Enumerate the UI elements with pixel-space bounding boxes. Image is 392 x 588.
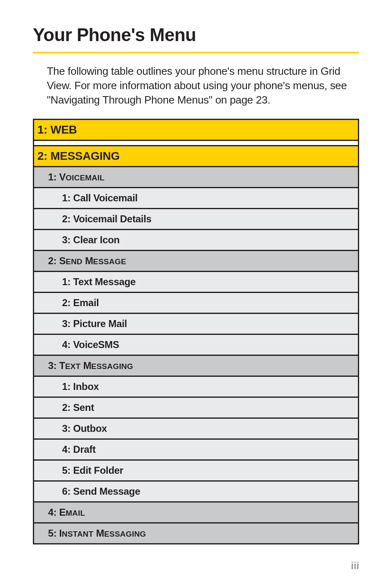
menu-item-label: 3: Clear Icon	[62, 234, 120, 246]
menu-item-label: 5: Edit Folder	[62, 465, 123, 476]
menu-item-label: 3: Picture Mail	[62, 318, 127, 330]
menu-item-inbox: 1: Inbox	[34, 377, 358, 398]
menu-top-messaging: 2: MESSAGING	[34, 145, 358, 167]
menu-table: 1: WEB 2: MESSAGING 1: Voicemail 1: Call…	[33, 119, 359, 544]
menu-item-voicemail-details: 2: Voicemail Details	[34, 209, 358, 230]
menu-item-voicesms: 4: VoiceSMS	[34, 335, 358, 356]
menu-sub-label: 5: Instant Messaging	[48, 528, 146, 539]
menu-item-label: 6: Send Message	[62, 486, 140, 497]
page-number: iii	[351, 560, 359, 572]
menu-item-label: 2: Email	[62, 297, 99, 309]
menu-sub-label: 1: Voicemail	[48, 171, 104, 183]
menu-sub-label: 4: Email	[48, 507, 85, 518]
menu-item-clear-icon: 3: Clear Icon	[34, 230, 358, 251]
menu-sub-label: 2: Send Message	[48, 255, 126, 267]
menu-item-text-message: 1: Text Message	[34, 272, 358, 293]
menu-item-label: 1: Inbox	[62, 381, 99, 392]
menu-item-picture-mail: 3: Picture Mail	[34, 314, 358, 335]
intro-paragraph: The following table outlines your phone'…	[47, 64, 359, 107]
menu-item-label: 1: Call Voicemail	[62, 192, 138, 204]
menu-item-label: 4: VoiceSMS	[62, 339, 119, 350]
page-title: Your Phone's Menu	[33, 25, 359, 45]
menu-item-edit-folder: 5: Edit Folder	[34, 461, 358, 482]
menu-top-web: 1: WEB	[34, 120, 358, 141]
menu-item-email: 2: Email	[34, 293, 358, 314]
menu-item-outbox: 3: Outbox	[34, 419, 358, 440]
menu-item-call-voicemail: 1: Call Voicemail	[34, 188, 358, 209]
menu-item-label: 4: Draft	[62, 444, 96, 455]
menu-item-send-message: 6: Send Message	[34, 482, 358, 503]
menu-top-label: 2: MESSAGING	[37, 150, 120, 163]
menu-sub-instant-messaging: 5: Instant Messaging	[34, 523, 358, 544]
menu-item-label: 3: Outbox	[62, 423, 107, 434]
menu-sub-label: 3: Text Messaging	[48, 360, 133, 371]
menu-item-label: 1: Text Message	[62, 276, 136, 288]
menu-item-sent: 2: Sent	[34, 398, 358, 419]
menu-sub-voicemail: 1: Voicemail	[34, 167, 358, 188]
menu-top-label: 1: WEB	[37, 123, 77, 136]
title-divider	[33, 52, 359, 53]
menu-sub-send-message: 2: Send Message	[34, 251, 358, 272]
menu-item-draft: 4: Draft	[34, 440, 358, 461]
menu-item-label: 2: Sent	[62, 402, 94, 413]
table-spacer	[34, 141, 358, 145]
menu-sub-email: 4: Email	[34, 503, 358, 523]
menu-sub-text-messaging: 3: Text Messaging	[34, 356, 358, 377]
menu-item-label: 2: Voicemail Details	[62, 213, 152, 225]
